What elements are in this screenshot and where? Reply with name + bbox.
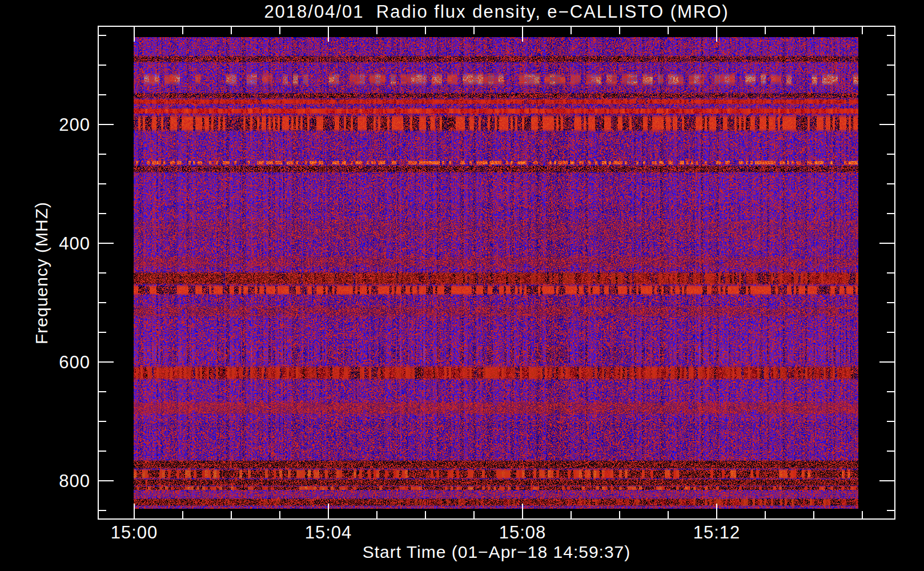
y-axis-tick — [887, 332, 894, 333]
x-axis-tick — [716, 504, 717, 518]
screenshot-root: { "chart_data": { "type": "heatmap", "va… — [0, 0, 924, 571]
y-axis-tick — [99, 421, 106, 422]
x-tick-label: 15:04 — [283, 522, 374, 543]
y-axis-label: Frequency (MHZ) — [32, 202, 51, 344]
y-axis-tick — [99, 183, 106, 184]
y-axis-tick — [99, 302, 106, 303]
x-axis-label: Start Time (01−Apr−18 14:59:37) — [98, 542, 895, 562]
y-tick-label: 400 — [26, 234, 90, 253]
x-axis-tick — [619, 511, 620, 518]
x-axis-tick — [425, 511, 426, 518]
x-axis-tick — [522, 27, 523, 42]
y-axis-tick — [887, 272, 894, 274]
y-axis-tick — [99, 361, 114, 363]
y-axis-tick — [887, 35, 894, 36]
y-axis-tick — [887, 213, 894, 214]
y-axis-tick — [99, 243, 114, 244]
y-axis-tick — [887, 65, 894, 66]
y-axis-tick — [879, 361, 894, 363]
x-axis-tick — [571, 511, 572, 518]
y-axis-tick — [879, 480, 894, 481]
y-axis-tick — [99, 451, 106, 452]
x-axis-tick — [862, 27, 863, 34]
x-axis-tick — [376, 511, 377, 518]
x-axis-tick — [716, 27, 717, 42]
y-axis-tick — [99, 272, 106, 274]
y-axis-tick — [887, 154, 894, 155]
x-axis-tick — [813, 27, 814, 34]
y-axis-tick — [879, 124, 894, 125]
y-axis-tick — [887, 302, 894, 303]
y-axis-tick — [99, 154, 106, 155]
y-axis-tick — [99, 94, 106, 95]
spectrogram-canvas — [134, 37, 858, 509]
x-axis-tick — [813, 511, 814, 518]
x-axis-tick — [231, 27, 232, 34]
x-axis-tick — [182, 511, 183, 518]
y-tick-label: 200 — [26, 115, 90, 134]
x-axis-tick — [279, 27, 280, 34]
x-tick-label: 15:00 — [89, 522, 180, 543]
x-axis-tick — [134, 27, 135, 42]
x-axis-tick — [279, 511, 280, 518]
y-axis-tick — [99, 35, 106, 36]
y-axis-tick — [99, 391, 106, 392]
x-axis-tick — [328, 27, 329, 42]
x-axis-tick — [765, 511, 766, 518]
y-axis-tick — [887, 510, 894, 511]
y-tick-label: 600 — [26, 352, 90, 372]
y-axis-tick — [99, 480, 114, 481]
y-axis-tick — [887, 451, 894, 452]
y-axis-tick — [99, 332, 106, 333]
x-axis-tick — [376, 27, 377, 34]
y-axis-tick — [887, 421, 894, 422]
y-axis-tick — [887, 391, 894, 392]
x-axis-tick — [862, 511, 863, 518]
x-axis-tick — [425, 27, 426, 34]
x-axis-tick — [668, 511, 669, 518]
x-axis-tick — [522, 504, 523, 518]
x-axis-tick — [668, 27, 669, 34]
x-axis-tick — [328, 504, 329, 518]
y-axis-tick — [99, 213, 106, 214]
y-axis-tick — [887, 183, 894, 184]
y-axis-tick — [99, 65, 106, 66]
x-axis-tick — [231, 511, 232, 518]
y-axis-tick — [879, 243, 894, 244]
x-axis-tick — [765, 27, 766, 34]
y-tick-label: 800 — [26, 471, 90, 490]
page-title: 2018/04/01 Radio flux density, e−CALLIST… — [98, 2, 895, 22]
x-tick-label: 15:08 — [477, 522, 568, 543]
y-axis-tick — [887, 94, 894, 95]
x-axis-tick — [473, 27, 475, 34]
x-axis-tick — [619, 27, 620, 34]
x-axis-tick — [571, 27, 572, 34]
x-axis-tick — [134, 504, 135, 518]
y-axis-tick — [99, 510, 106, 511]
x-axis-tick — [182, 27, 183, 34]
x-axis-tick — [473, 511, 475, 518]
y-axis-tick — [99, 124, 114, 125]
x-tick-label: 15:12 — [671, 522, 762, 543]
